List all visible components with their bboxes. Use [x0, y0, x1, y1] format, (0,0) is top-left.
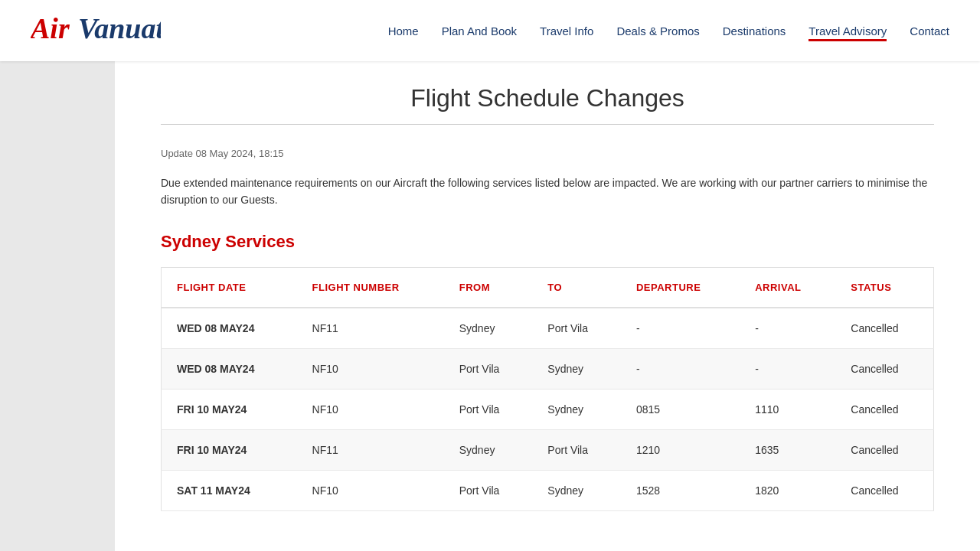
cell-flight-number: NF10 — [297, 470, 444, 510]
cell-to: Sydney — [532, 389, 621, 429]
cell-departure: 1210 — [621, 429, 740, 470]
cell-departure: 0815 — [621, 389, 740, 429]
nav-deals-promos[interactable]: Deals & Promos — [616, 21, 699, 41]
cell-arrival: - — [740, 348, 835, 389]
cell-to: Sydney — [532, 470, 621, 510]
nav-destinations[interactable]: Destinations — [723, 21, 786, 41]
cell-from: Port Vila — [444, 389, 533, 429]
cell-flight-date: SAT 11 MAY24 — [162, 470, 297, 510]
col-header-departure: DEPARTURE — [621, 267, 740, 308]
col-header-status: STATUS — [835, 267, 933, 308]
cell-departure: - — [621, 308, 740, 349]
cell-to: Port Vila — [532, 429, 621, 470]
cell-arrival: 1820 — [740, 470, 835, 510]
cell-from: Sydney — [444, 308, 533, 349]
col-header-from: FROM — [444, 267, 533, 308]
cell-flight-date: WED 08 MAY24 — [162, 308, 297, 349]
cell-status: Cancelled — [835, 308, 933, 349]
cell-arrival: 1110 — [740, 389, 835, 429]
nav-travel-info[interactable]: Travel Info — [540, 21, 593, 41]
col-header-to: TO — [532, 267, 621, 308]
cell-from: Port Vila — [444, 470, 533, 510]
cell-flight-date: WED 08 MAY24 — [162, 348, 297, 389]
cell-flight-number: NF10 — [297, 348, 444, 389]
cell-status: Cancelled — [835, 470, 933, 510]
title-divider — [161, 124, 934, 125]
flight-table: FLIGHT DATE FLIGHT NUMBER FROM TO DEPART… — [161, 267, 934, 511]
cell-arrival: - — [740, 308, 835, 349]
cell-departure: - — [621, 348, 740, 389]
nav-contact[interactable]: Contact — [910, 21, 949, 41]
page-title: Flight Schedule Changes — [161, 84, 934, 112]
cell-from: Sydney — [444, 429, 533, 470]
svg-text:Vanuatu: Vanuatu — [78, 12, 161, 44]
cell-to: Port Vila — [532, 308, 621, 349]
table-row: SAT 11 MAY24NF10Port VilaSydney15281820C… — [162, 470, 934, 510]
cell-status: Cancelled — [835, 389, 933, 429]
cell-status: Cancelled — [835, 429, 933, 470]
cell-flight-number: NF10 — [297, 389, 444, 429]
nav-travel-advisory[interactable]: Travel Advisory — [808, 21, 887, 41]
nav-home[interactable]: Home — [388, 21, 419, 41]
header: Air Vanuatu Home Plan And Book Travel In… — [0, 0, 980, 61]
nav-plan-and-book[interactable]: Plan And Book — [442, 21, 517, 41]
logo[interactable]: Air Vanuatu — [31, 8, 161, 54]
table-row: WED 08 MAY24NF11SydneyPort Vila--Cancell… — [162, 308, 934, 349]
main-nav: Home Plan And Book Travel Info Deals & P… — [388, 21, 949, 41]
svg-text:Air: Air — [31, 12, 70, 44]
main-content: Flight Schedule Changes Update 08 May 20… — [115, 61, 980, 551]
update-text: Update 08 May 2024, 18:15 — [161, 148, 934, 159]
table-row: FRI 10 MAY24NF11SydneyPort Vila12101635C… — [162, 429, 934, 470]
table-row: WED 08 MAY24NF10Port VilaSydney--Cancell… — [162, 348, 934, 389]
table-header-row: FLIGHT DATE FLIGHT NUMBER FROM TO DEPART… — [162, 267, 934, 308]
description-text: Due extended maintenance requirements on… — [161, 174, 934, 209]
cell-status: Cancelled — [835, 348, 933, 389]
cell-flight-date: FRI 10 MAY24 — [162, 389, 297, 429]
cell-flight-number: NF11 — [297, 308, 444, 349]
sidebar — [0, 61, 115, 551]
col-header-arrival: ARRIVAL — [740, 267, 835, 308]
table-row: FRI 10 MAY24NF10Port VilaSydney08151110C… — [162, 389, 934, 429]
section-title: Sydney Services — [161, 232, 934, 252]
cell-from: Port Vila — [444, 348, 533, 389]
cell-arrival: 1635 — [740, 429, 835, 470]
col-header-flight-date: FLIGHT DATE — [162, 267, 297, 308]
col-header-flight-number: FLIGHT NUMBER — [297, 267, 444, 308]
cell-flight-date: FRI 10 MAY24 — [162, 429, 297, 470]
logo-text: Air Vanuatu — [31, 8, 161, 54]
cell-flight-number: NF11 — [297, 429, 444, 470]
cell-to: Sydney — [532, 348, 621, 389]
cell-departure: 1528 — [621, 470, 740, 510]
